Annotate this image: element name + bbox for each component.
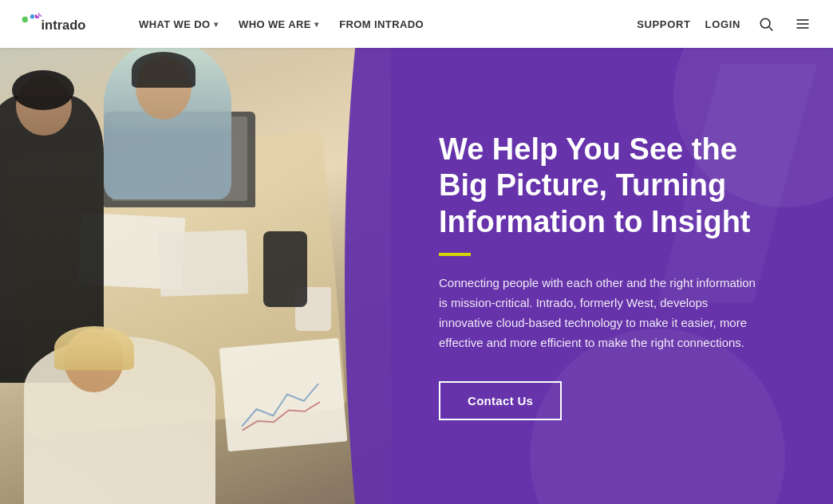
hero-section: We Help You See the Big Picture, Turning… — [0, 48, 833, 504]
nav-login[interactable]: LOGIN — [705, 18, 740, 30]
logo[interactable]: intrado — [19, 9, 107, 39]
hero-description: Connecting people with each other and th… — [439, 274, 758, 352]
svg-point-1 — [22, 17, 28, 22]
contact-us-button[interactable]: Contact Us — [439, 381, 562, 420]
nav-what-we-do[interactable]: WHAT WE DO ▾ — [131, 14, 226, 35]
chevron-down-icon: ▾ — [314, 20, 318, 29]
nav-right: SUPPORT LOGIN — [637, 13, 814, 35]
nav-support[interactable]: SUPPORT — [637, 18, 690, 30]
office-photo — [0, 48, 391, 504]
chevron-down-icon: ▾ — [214, 20, 218, 29]
svg-line-6 — [769, 27, 773, 31]
svg-point-2 — [30, 14, 35, 18]
hamburger-menu-icon — [795, 16, 811, 32]
deco-circle — [530, 329, 785, 504]
menu-button[interactable] — [792, 13, 814, 35]
hero-image — [0, 48, 391, 504]
nav-who-we-are[interactable]: WHO WE ARE ▾ — [231, 14, 326, 35]
header: intrado WHAT WE DO ▾ WHO WE ARE ▾ FROM I… — [0, 0, 833, 48]
yellow-accent-bar — [439, 253, 471, 256]
svg-point-5 — [760, 18, 770, 28]
hero-title: We Help You See the Big Picture, Turning… — [439, 132, 793, 241]
search-icon — [758, 16, 774, 32]
svg-marker-4 — [38, 12, 43, 16]
nav-from-intrado[interactable]: FROM INTRADO — [331, 14, 432, 35]
main-nav: WHAT WE DO ▾ WHO WE ARE ▾ FROM INTRADO — [131, 14, 637, 35]
search-button[interactable] — [755, 13, 777, 35]
svg-text:intrado: intrado — [41, 18, 86, 32]
hero-content: We Help You See the Big Picture, Turning… — [391, 48, 833, 504]
